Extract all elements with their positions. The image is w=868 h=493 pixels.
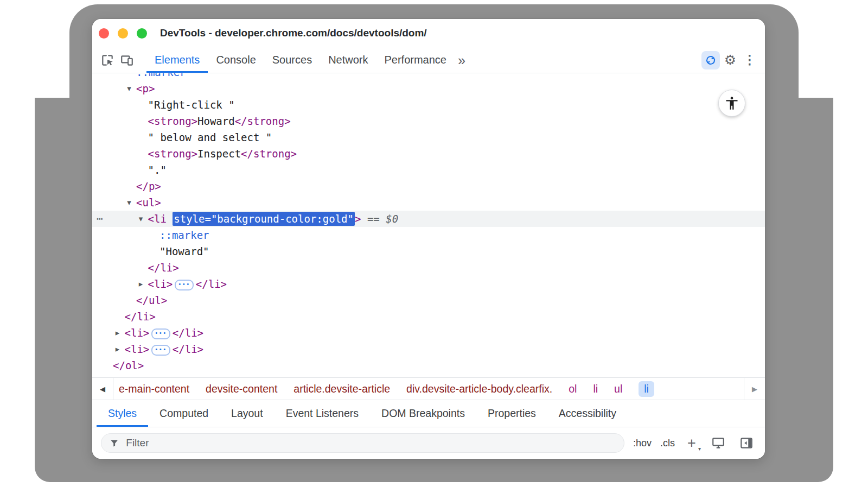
expand-arrow-icon[interactable]: ▸: [113, 325, 123, 341]
dom-tree-line[interactable]: ▾<ul>: [136, 194, 161, 211]
hidden-children-ellipsis-icon[interactable]: •••: [151, 328, 170, 339]
dom-tree-line[interactable]: ▾<li style="background-color:gold"> == $…: [148, 211, 399, 227]
dom-token-tag: </li>: [173, 343, 203, 355]
devtools-window: DevTools - developer.chrome.com/docs/dev…: [92, 19, 765, 459]
accessibility-person-icon: [724, 96, 739, 111]
dom-token-dollar: $0: [386, 213, 398, 225]
styles-filter-bar: :hov .cls + ▾: [92, 427, 765, 459]
dom-token-text: Inspect: [197, 148, 241, 160]
dom-token-tag: </strong>: [235, 115, 291, 127]
breadcrumb-item-li[interactable]: li: [639, 381, 654, 397]
kebab-menu-icon[interactable]: ⋮: [740, 50, 760, 70]
stage: DevTools - developer.chrome.com/docs/dev…: [0, 0, 868, 493]
dom-tree-line[interactable]: <strong>Inspect</strong>: [148, 146, 297, 162]
panel-tab-strip: ElementsConsoleSourcesNetworkPerformance: [146, 47, 455, 73]
breadcrumb-bar: ◀ e-main-contentdevsite-contentarticle.d…: [92, 377, 765, 400]
dom-tree-line[interactable]: ".": [148, 162, 167, 178]
breadcrumb-item-ol[interactable]: ol: [569, 383, 577, 395]
dom-token-text: "Howard": [159, 245, 209, 257]
dom-token-tag: <strong>: [148, 115, 198, 127]
hidden-children-ellipsis-icon[interactable]: •••: [151, 345, 170, 356]
dom-token-tag: <li: [148, 213, 173, 225]
breadcrumb-item-ul[interactable]: ul: [614, 383, 622, 395]
tab-dom-breakpoints[interactable]: DOM Breakpoints: [370, 400, 476, 427]
collapse-arrow-icon[interactable]: ▾: [124, 194, 134, 211]
breadcrumb-scroll-left-icon[interactable]: ◀: [92, 378, 113, 400]
expand-arrow-icon[interactable]: ▸: [113, 341, 123, 357]
inspect-element-icon[interactable]: [98, 50, 117, 70]
dom-tree-line[interactable]: </ul>: [136, 292, 167, 308]
expand-arrow-icon[interactable]: ▸: [136, 276, 146, 292]
dom-tree-line[interactable]: ::marker: [136, 73, 186, 80]
collapse-arrow-icon[interactable]: ▾: [124, 80, 134, 97]
breadcrumb-item-div-devsite-article-body-clearfix-[interactable]: div.devsite-article-body.clearfix.: [406, 383, 552, 395]
tab-styles[interactable]: Styles: [97, 400, 148, 427]
breadcrumb-item-e-main-content[interactable]: e-main-content: [119, 383, 189, 395]
dom-token-tag: </strong>: [241, 148, 297, 160]
filter-input[interactable]: [125, 437, 616, 450]
dom-token-tag: <ul>: [136, 197, 161, 208]
dom-tree-line[interactable]: ::marker: [159, 227, 209, 243]
tab-layout[interactable]: Layout: [220, 400, 275, 427]
dom-token-tag: </ul>: [136, 294, 167, 306]
breadcrumb-scroll-right-icon[interactable]: ▶: [744, 378, 765, 400]
tab-properties[interactable]: Properties: [476, 400, 547, 427]
title-bar: DevTools - developer.chrome.com/docs/dev…: [92, 19, 765, 48]
dom-token-tag: <li>: [125, 343, 150, 355]
dom-tree-line[interactable]: </li>: [148, 260, 179, 276]
dom-token-tag: >: [355, 213, 361, 225]
dom-tree-line[interactable]: </p>: [136, 178, 161, 194]
tab-computed[interactable]: Computed: [148, 400, 220, 427]
plus-caret-icon: ▾: [698, 446, 701, 452]
selected-attribute-value[interactable]: style="background-color:gold": [173, 212, 355, 226]
toggle-element-state-button[interactable]: :hov: [633, 438, 652, 449]
breadcrumb-item-article-devsite-article[interactable]: article.devsite-article: [293, 383, 390, 395]
close-button[interactable]: [99, 28, 109, 39]
breadcrumb-item-li[interactable]: li: [593, 383, 598, 395]
collapse-arrow-icon[interactable]: ▾: [136, 211, 146, 227]
dom-tree-line[interactable]: ▸<li>•••</li>: [125, 325, 204, 341]
tab-accessibility[interactable]: Accessibility: [547, 400, 628, 427]
breadcrumb: e-main-contentdevsite-contentarticle.dev…: [113, 378, 744, 400]
dom-tree-line[interactable]: ▸<li>•••</li>: [125, 341, 204, 357]
dom-token-tag: </li>: [173, 327, 203, 339]
dom-token-pseudo: ::marker: [159, 229, 209, 241]
dom-token-tag: </ol>: [113, 359, 144, 371]
tab-event-listeners[interactable]: Event Listeners: [275, 400, 370, 427]
toggle-sidebar-icon[interactable]: [737, 433, 756, 453]
dom-tree-line[interactable]: <strong>Howard</strong>: [148, 113, 291, 129]
dom-tree-line[interactable]: "Howard": [159, 243, 209, 260]
element-classes-button[interactable]: .cls: [660, 438, 675, 449]
styles-panel-tab-strip: StylesComputedLayoutEvent ListenersDOM B…: [92, 400, 765, 427]
tab-console[interactable]: Console: [208, 47, 264, 73]
dom-tree-line[interactable]: "Right-click ": [148, 97, 235, 113]
window-title: DevTools - developer.chrome.com/docs/dev…: [160, 27, 427, 39]
minimize-button[interactable]: [118, 28, 128, 39]
dom-tree[interactable]: ::marker▾<p>"Right-click "<strong>Howard…: [92, 73, 765, 377]
settings-gear-icon[interactable]: ⚙: [720, 50, 740, 70]
accessibility-fab[interactable]: [719, 90, 745, 116]
sync-refresh-icon[interactable]: [701, 50, 720, 70]
tab-network[interactable]: Network: [320, 47, 376, 73]
breadcrumb-item-devsite-content[interactable]: devsite-content: [206, 383, 277, 395]
more-tabs-icon[interactable]: »: [458, 48, 465, 72]
rendering-emulation-icon[interactable]: [709, 433, 728, 453]
new-style-rule-button[interactable]: + ▾: [684, 435, 700, 451]
dom-tree-line[interactable]: </ol>: [113, 357, 144, 374]
dom-tree-line[interactable]: ▾<p>: [136, 80, 155, 97]
dom-token-tag: </li>: [125, 311, 156, 323]
tab-sources[interactable]: Sources: [264, 47, 320, 73]
dom-tree-line[interactable]: </li>: [125, 308, 156, 325]
tab-elements[interactable]: Elements: [146, 47, 208, 73]
dom-token-text: "Right-click ": [148, 99, 235, 111]
dom-tree-line[interactable]: " below and select ": [148, 129, 272, 146]
dom-tree-line[interactable]: ▸<li>•••</li>: [148, 276, 227, 292]
filter-input-pill[interactable]: [101, 433, 624, 453]
dom-token-text: " below and select ": [148, 131, 272, 143]
zoom-button[interactable]: [137, 28, 147, 39]
device-toolbar-icon[interactable]: [117, 50, 137, 70]
node-more-actions-icon[interactable]: ⋯: [97, 211, 111, 227]
dom-token-tag: <li>: [148, 278, 173, 290]
hidden-children-ellipsis-icon[interactable]: •••: [175, 280, 194, 290]
tab-performance[interactable]: Performance: [376, 47, 455, 73]
